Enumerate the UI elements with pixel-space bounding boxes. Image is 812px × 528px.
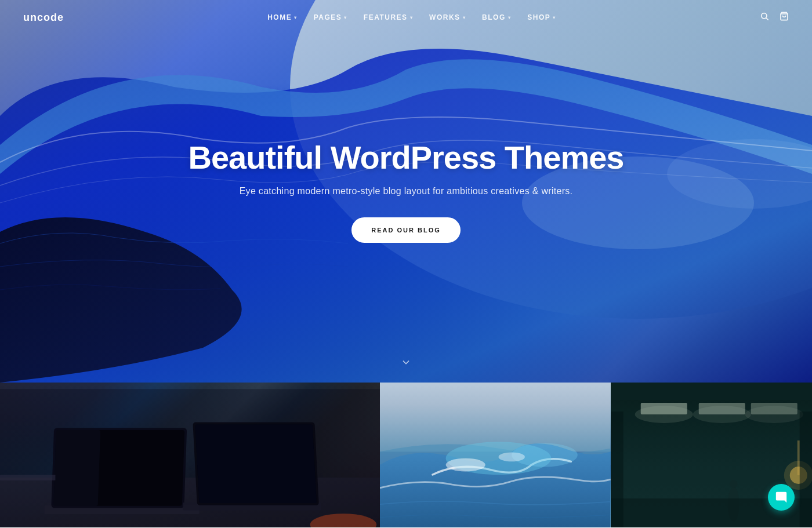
logo[interactable]: uncode	[23, 12, 64, 24]
nav-pages[interactable]: PAGES ▾	[314, 13, 347, 21]
hero-content: Beautiful WordPress Themes Eye catching …	[0, 0, 812, 383]
chevron-down-icon: ▾	[410, 15, 414, 20]
chat-bubble[interactable]	[768, 484, 795, 511]
chevron-down-icon: ▾	[553, 15, 556, 20]
nav-home[interactable]: HOME ▾	[267, 13, 298, 21]
nav-features[interactable]: FEATURES ▾	[364, 13, 413, 21]
chevron-down-icon: ▾	[294, 15, 298, 20]
nav-shop[interactable]: SHOP ▾	[527, 13, 556, 21]
thumbnail-laptops[interactable]	[0, 383, 380, 527]
cart-icon[interactable]	[780, 12, 789, 23]
chevron-down-icon: ▾	[344, 15, 347, 20]
chevron-down-icon: ▾	[508, 15, 512, 20]
svg-point-22	[498, 452, 524, 461]
header-actions	[760, 12, 789, 23]
thumbnail-strip	[0, 383, 812, 527]
hero-section: Beautiful WordPress Themes Eye catching …	[0, 0, 812, 383]
svg-point-21	[445, 458, 485, 472]
search-icon[interactable]	[760, 12, 769, 23]
svg-point-0	[762, 13, 767, 19]
svg-line-1	[766, 18, 768, 20]
svg-rect-18	[380, 383, 611, 451]
nav-works[interactable]: WORKS ▾	[429, 13, 466, 21]
site-header: uncode HOME ▾ PAGES ▾ FEATURES ▾ WORKS ▾…	[0, 0, 812, 35]
hero-title: Beautiful WordPress Themes	[188, 140, 624, 176]
svg-rect-17	[0, 389, 380, 527]
thumbnail-ocean[interactable]	[380, 383, 611, 527]
nav-blog[interactable]: BLOG ▾	[482, 13, 511, 21]
main-nav: HOME ▾ PAGES ▾ FEATURES ▾ WORKS ▾ BLOG ▾…	[267, 13, 556, 21]
read-blog-button[interactable]: READ OUR BLOG	[351, 217, 461, 243]
chevron-down-icon: ▾	[463, 15, 466, 20]
scroll-down-indicator[interactable]	[400, 356, 412, 371]
hero-subtitle: Eye catching modern metro-style blog lay…	[240, 186, 573, 196]
